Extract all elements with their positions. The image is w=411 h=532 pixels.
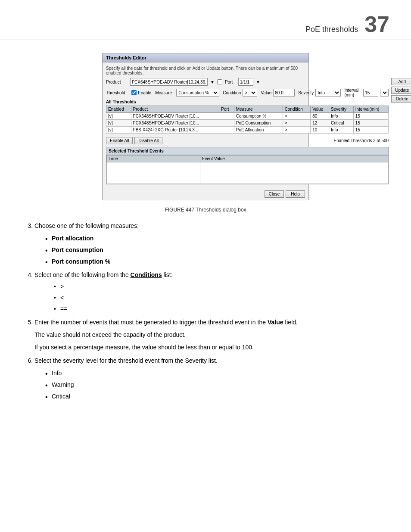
step-4-text: Select one of the following from the Con… [34,271,173,278]
table-cell-4: > [283,120,311,127]
severity-warning: Warning [52,380,389,389]
enabled-count-value: 3 of 500 [373,138,389,143]
events-value-cell [200,162,388,184]
port-checkbox[interactable] [217,79,222,84]
steps-list: Choose one of the following measures: Po… [22,221,389,401]
step-6: Select the severity level for the thresh… [34,356,389,401]
table-row: [v]FCX648SHPOE-ADV Router [10...PoE Cons… [106,120,389,127]
threshold-row: Threshold Enable Measure Consumption % P… [106,88,389,97]
events-time-cell [107,162,200,184]
dialog-right-panel: Add Update Delete [389,78,411,184]
step-4: Select one of the following from the Con… [34,271,389,314]
dialog-left-panel: Product ▼ Port ▼ Threshold Enable [106,78,389,184]
measure-select[interactable]: Consumption % PoE Consumption PoE Alloca… [176,89,219,96]
events-col-time: Time [107,156,200,162]
close-button[interactable]: Close [265,190,284,198]
enable-checkbox[interactable] [131,90,137,95]
dialog-content-area: Product ▼ Port ▼ Threshold Enable [106,78,305,184]
enabled-count-area: Enabled Thresholds 3 of 500 [333,138,389,143]
update-button[interactable]: Update [391,87,411,94]
step-3-text: Choose one of the following measures: [34,222,139,229]
page-header: PoE thresholds 37 [0,0,411,40]
events-table: Time Event Value [106,155,388,184]
table-cell-4: > [283,113,311,120]
col-port: Port [219,106,234,113]
col-interval: Interval(min) [353,106,388,113]
product-label: Product [106,80,128,84]
severity-list: Info Warning Critical [34,369,389,401]
product-row: Product ▼ Port ▼ [106,78,389,86]
table-cell-2 [219,127,234,134]
events-empty-row [107,162,388,184]
main-content: Thresholds Editor Specify all the data f… [0,49,411,420]
enable-all-button[interactable]: Enable All [106,137,133,144]
condition-eq: == [60,305,389,314]
table-cell-5: 80 [311,113,329,120]
measure-item-2: Port consumption [52,246,389,255]
col-severity: Severity [329,106,353,113]
events-section: Selected Threshold Events Time Event Val… [106,147,389,184]
table-cell-1: FBS X424+2XG Router [10.24.3... [131,127,219,134]
table-cell-5: 12 [311,120,329,127]
measures-list: Port allocation Port consumption Port co… [34,234,389,266]
dialog-description: Specify all the data for threshold and c… [106,66,305,75]
disable-all-button[interactable]: Disable All [134,137,162,144]
table-cell-3: Consumption % [234,113,283,120]
port-label: Port [225,80,236,84]
port-dropdown-arrow: ▼ [256,80,260,84]
measure-col-label: Measure [155,90,174,95]
events-header: Selected Threshold Events [106,147,388,155]
events-body [107,162,388,184]
interval-col-label: Interval (min) [344,88,361,97]
help-button[interactable]: Help [286,190,305,198]
condition-select[interactable]: > < == [243,89,257,96]
measure-item-3: Port consumption % [52,257,389,266]
enable-text: Enable [138,90,151,95]
table-cell-0: [v] [106,113,131,120]
table-cell-7: 15 [353,120,388,127]
table-cell-5: 10 [311,127,329,134]
step-6-text: Select the severity level for the thresh… [34,357,218,364]
table-cell-2 [219,120,234,127]
table-row: [v]FCX648SHPOE-ADV Router [10...Consumpt… [106,113,389,120]
table-cell-3: PoE Allocation [234,127,283,134]
port-input[interactable] [238,78,253,86]
step-5-text: Enter the number of events that must be … [34,319,298,326]
threshold-label: Threshold [106,90,130,95]
delete-button[interactable]: Delete [391,95,411,103]
severity-select[interactable]: Info Warning Critical [315,89,341,96]
interval-input[interactable] [363,89,378,96]
dropdown-arrow: ▼ [210,80,215,84]
col-product: Product [131,106,219,113]
severity-info: Info [52,369,389,378]
table-cell-6: Info [329,113,353,120]
table-cell-2 [219,113,234,120]
interval-dropdown[interactable]: ▼ [380,89,389,96]
table-cell-6: Info [329,127,353,134]
value-bold: Value [268,319,283,326]
product-input[interactable] [130,78,208,86]
dialog-body: Specify all the data for threshold and c… [103,62,308,188]
conditions-bold: Conditions [131,271,162,278]
table-cell-7: 15 [353,113,388,120]
conditions-list: > < == [34,282,389,314]
thresholds-dialog: Thresholds Editor Specify all the data f… [102,53,309,200]
measure-port-consumption-pct: Port consumption % [52,258,110,265]
condition-gt: > [60,282,389,291]
step-3: Choose one of the following measures: Po… [34,221,389,266]
table-cell-0: [v] [106,127,131,134]
table-cell-0: [v] [106,120,131,127]
condition-col-label: Condition [223,90,241,95]
value-col-label: Value [261,90,271,95]
table-row: [v]FBS X424+2XG Router [10.24.3...PoE Al… [106,127,389,134]
thresholds-table: Enabled Product Port Measure Condition V… [106,106,389,134]
col-measure: Measure [234,106,283,113]
enable-label: Enable [131,90,151,95]
events-col-value: Event Value [200,156,388,162]
page-title: PoE thresholds [305,25,358,34]
dialog-bottom: Enable All Disable All Enabled Threshold… [106,135,389,144]
add-button[interactable]: Add [391,78,411,85]
value-input[interactable] [273,89,295,96]
page-number: 37 [364,13,389,35]
step-5-para1: The value should not exceed the capacity… [34,330,389,339]
